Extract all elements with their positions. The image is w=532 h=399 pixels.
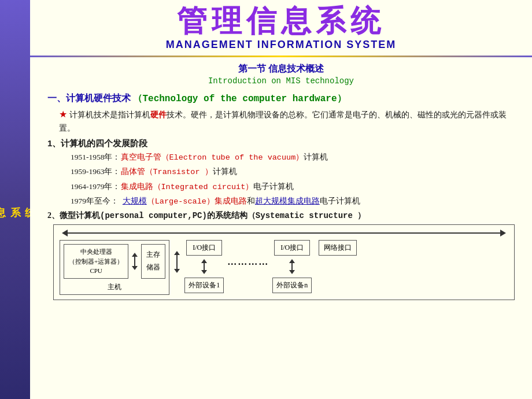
cpu-mem-group: 中央处理器 （控制器+运算器） CPU 主存储器 bbox=[64, 244, 165, 279]
tri-down-2 bbox=[289, 270, 295, 274]
memory-box: 主存储器 bbox=[141, 244, 165, 279]
io-column-2: I/O接口 外部设备n bbox=[272, 240, 312, 293]
tri-up-1 bbox=[201, 259, 207, 263]
main-content: 管理信息系统 MANAGEMENT INFORMATION SYSTEM 第一节… bbox=[30, 0, 532, 399]
timeline-item-3: 1964-1979年：集成电路（Integrated circuit）电子计算机 bbox=[71, 181, 520, 193]
timeline-item-1: 1951-1958年：真空电子管（Electron tube of the va… bbox=[71, 152, 520, 164]
sidebar: 第三章管理信息系统的技术基础 bbox=[0, 0, 30, 399]
para-highlight: 硬件 bbox=[150, 110, 167, 119]
dots-middle: ………… bbox=[227, 240, 269, 283]
intro-paragraph: ★ 计算机技术是指计算机硬件技术。硬件，是计算机物理设备的总称。它们通常是电子的… bbox=[59, 107, 520, 135]
arrow-line bbox=[68, 232, 500, 234]
peripheral-box-2: 外部设备n bbox=[272, 278, 312, 293]
tri-down-1 bbox=[201, 270, 207, 274]
arrow-down-connector bbox=[174, 269, 180, 273]
vline-2 bbox=[291, 263, 293, 270]
section-title-en: Introduction on MIS technology bbox=[30, 76, 532, 86]
timeline-item-4: 1979年至今： 大规模（Large-scale）集成电路和超大规模集成电路电子… bbox=[71, 195, 520, 208]
right-arrow-head bbox=[500, 230, 506, 237]
diagram-boxes-row: 中央处理器 （控制器+运算器） CPU 主存储器 bbox=[60, 240, 508, 295]
io-box-1: I/O接口 bbox=[186, 240, 222, 256]
section-title-cn: 第一节 信息技术概述 bbox=[30, 63, 532, 75]
peripheral-box-1: 外部设备1 bbox=[184, 278, 224, 293]
vert-connector bbox=[176, 255, 178, 269]
content-area: 一、计算机硬件技术 （Technology of the computer ha… bbox=[30, 87, 532, 302]
main-title-chinese: 管理信息系统 bbox=[42, 5, 520, 38]
main-title-english: MANAGEMENT INFORMATION SYSTEM bbox=[42, 39, 520, 51]
header: 管理信息系统 MANAGEMENT INFORMATION SYSTEM bbox=[30, 0, 532, 53]
heading1-en: （Technology of the computer hardware） bbox=[133, 94, 346, 104]
tri-up-2 bbox=[289, 259, 295, 263]
heading2: 1、计算机的四个发展阶段 bbox=[47, 138, 520, 149]
header-divider bbox=[30, 56, 532, 57]
cpu-mem-arrows bbox=[132, 244, 138, 279]
pc-structure-diagram: 中央处理器 （控制器+运算器） CPU 主存储器 bbox=[53, 224, 515, 300]
host-label: 主机 bbox=[108, 282, 121, 292]
top-arrow-row bbox=[62, 230, 506, 237]
timeline-item-2: 1959-1963年：晶体管（Transistor ）计算机 bbox=[71, 166, 520, 178]
io1-peripheral-arrows bbox=[201, 259, 207, 274]
io2-peripheral-arrows bbox=[289, 259, 295, 274]
arrow-down-small bbox=[132, 266, 138, 270]
heading1: 一、计算机硬件技术 （Technology of the computer ha… bbox=[47, 93, 520, 105]
io-column-1: I/O接口 外部设备1 bbox=[184, 240, 224, 293]
star-icon: ★ bbox=[59, 109, 67, 119]
section-header: 第一节 信息技术概述 Introduction on MIS technolog… bbox=[30, 60, 532, 87]
left-arrow-head bbox=[62, 230, 68, 237]
host-io-arrows bbox=[174, 240, 180, 283]
net-box: 网络接口 bbox=[319, 240, 357, 256]
vline-1 bbox=[204, 263, 205, 270]
arrow-up-connector bbox=[174, 251, 180, 255]
vert-line-small bbox=[134, 257, 135, 266]
net-column: 网络接口 bbox=[319, 240, 357, 256]
arrow-up-small bbox=[132, 253, 138, 257]
io-box-2: I/O接口 bbox=[274, 240, 310, 256]
para-text1: 计算机技术是指计算机 bbox=[69, 110, 150, 119]
host-box: 中央处理器 （控制器+运算器） CPU 主存储器 bbox=[60, 240, 169, 295]
cpu-box: 中央处理器 （控制器+运算器） CPU bbox=[64, 244, 128, 279]
heading1-cn: 一、计算机硬件技术 bbox=[47, 93, 131, 103]
heading3: 2、微型计算机(personal computer,PC)的系统结构（Syste… bbox=[47, 210, 520, 221]
